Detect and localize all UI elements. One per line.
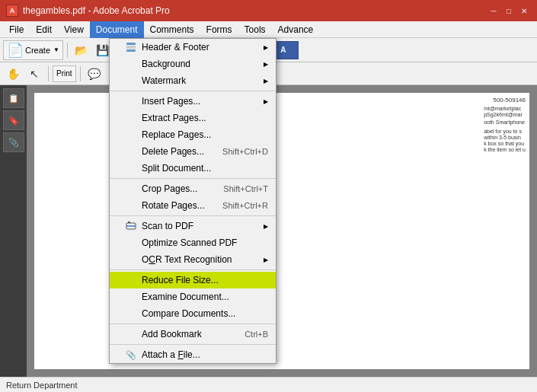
menu-edit[interactable]: Edit — [30, 21, 58, 38]
header-footer-icon — [125, 41, 137, 53]
menu-crop-pages[interactable]: Crop Pages... Shift+Ctrl+T — [110, 180, 276, 197]
print-toolbar-button[interactable]: Print — [53, 65, 76, 82]
close-button[interactable]: ✕ — [517, 5, 531, 17]
ocr-text-label: OCR Text Recognition — [142, 254, 232, 265]
watermark-icon — [125, 75, 137, 87]
compare-documents-label: Compare Documents... — [142, 308, 235, 319]
title-bar: A thegambles.pdf - Adobe Acrobat Pro ─ □… — [0, 0, 537, 21]
optimize-icon — [125, 237, 137, 249]
menu-replace-pages[interactable]: Replace Pages... — [110, 126, 276, 143]
menu-insert-pages[interactable]: Insert Pages... — [110, 93, 276, 110]
crop-pages-icon — [125, 183, 137, 195]
sep-2 — [110, 178, 276, 179]
doc-email1: mt@marketplac — [484, 106, 526, 111]
background-icon — [125, 58, 137, 70]
reduce-file-size-label: Reduce File Size... — [142, 275, 219, 285]
menu-document[interactable]: Document — [90, 21, 144, 38]
watermark-label: Watermark — [142, 75, 186, 86]
background-label: Background — [142, 59, 190, 69]
panel-btn-3[interactable]: 📎 — [3, 132, 24, 152]
menu-view[interactable]: View — [58, 21, 90, 38]
scan-icon — [125, 220, 137, 232]
app-icon: A — [6, 5, 18, 17]
delete-pages-label: Delete Pages... — [142, 146, 204, 157]
comment-button[interactable]: 💬 — [85, 65, 104, 83]
menu-bar: File Edit View Document Comments Forms T… — [0, 21, 537, 38]
menu-rotate-pages[interactable]: Rotate Pages... Shift+Ctrl+R — [110, 197, 276, 214]
menu-forms[interactable]: Forms — [200, 21, 238, 38]
menu-add-bookmark[interactable]: Add Bookmark Ctrl+B — [110, 326, 276, 343]
toolbar-sep-1 — [67, 43, 68, 58]
crop-pages-shortcut: Shift+Ctrl+T — [223, 184, 268, 193]
split-document-label: Split Document... — [142, 163, 211, 174]
maximize-button[interactable]: □ — [502, 5, 516, 17]
sep-1 — [110, 91, 276, 91]
menu-scan-to-pdf[interactable]: Scan to PDF — [110, 218, 276, 234]
delete-pages-shortcut: Shift+Ctrl+D — [222, 147, 268, 156]
menu-ocr-text[interactable]: OCR Text Recognition — [110, 251, 276, 268]
window-title: thegambles.pdf - Adobe Acrobat Pro — [23, 5, 487, 16]
create-button[interactable]: 📄 Create ▼ — [3, 40, 63, 60]
attach-file-icon: 📎 — [125, 349, 137, 361]
doc-phone: 500-509146 — [484, 97, 526, 104]
menu-delete-pages[interactable]: Delete Pages... Shift+Ctrl+D — [110, 143, 276, 160]
menu-attach-file[interactable]: 📎 Attach a File... — [110, 346, 276, 363]
optimize-scanned-label: Optimize Scanned PDF — [142, 237, 237, 248]
sep-5 — [110, 323, 276, 324]
doc-line1: abel for you to s — [484, 129, 526, 134]
minimize-button[interactable]: ─ — [487, 5, 500, 17]
insert-pages-icon — [125, 95, 137, 107]
replace-pages-label: Replace Pages... — [142, 129, 211, 140]
delete-pages-icon — [125, 145, 137, 158]
doc-device: ooth Smartphone — [484, 120, 526, 125]
replace-pages-icon — [125, 129, 137, 141]
examine-document-label: Examine Document... — [142, 292, 229, 302]
menu-file[interactable]: File — [3, 21, 30, 38]
examine-icon — [125, 291, 137, 303]
open-button[interactable]: 📂 — [72, 41, 91, 59]
document-dropdown-menu: Header & Footer Background Watermark Ins… — [109, 38, 276, 364]
reduce-size-icon — [125, 274, 137, 286]
toolbar2-sep-1 — [48, 66, 49, 81]
select-button[interactable]: ↖ — [24, 65, 44, 83]
panel-btn-2[interactable]: 🔖 — [3, 110, 24, 130]
rotate-pages-label: Rotate Pages... — [142, 200, 205, 211]
extract-pages-label: Extract Pages... — [142, 113, 206, 123]
menu-reduce-file-size[interactable]: Reduce File Size... — [110, 272, 276, 288]
menu-examine-document[interactable]: Examine Document... — [110, 288, 276, 305]
panel-btn-1[interactable]: 📋 — [3, 88, 24, 108]
sep-4 — [110, 269, 276, 270]
menu-tools[interactable]: Tools — [238, 21, 272, 38]
split-doc-icon — [125, 162, 137, 174]
compare-icon — [125, 308, 137, 320]
menu-compare-documents[interactable]: Compare Documents... — [110, 305, 276, 322]
menu-extract-pages[interactable]: Extract Pages... — [110, 110, 276, 126]
ocr-icon — [125, 253, 137, 266]
sep-3 — [110, 215, 276, 216]
doc-line4: k the item so let u — [484, 147, 526, 152]
document-area: 500-509146 mt@marketplac pSg2k6mt@mar oo… — [27, 85, 537, 377]
menu-comments[interactable]: Comments — [144, 21, 200, 38]
menu-watermark[interactable]: Watermark — [110, 72, 276, 89]
crop-pages-label: Crop Pages... — [142, 183, 197, 194]
menu-advanced[interactable]: Advance — [272, 21, 320, 38]
menu-optimize-scanned[interactable]: Optimize Scanned PDF — [110, 234, 276, 251]
toolbar2-sep-2 — [80, 66, 81, 81]
add-bookmark-shortcut: Ctrl+B — [245, 330, 268, 339]
extract-pages-icon — [125, 112, 137, 124]
bookmark-icon — [125, 328, 137, 340]
hand-tool-button[interactable]: ✋ — [3, 65, 23, 83]
add-bookmark-label: Add Bookmark — [142, 329, 202, 339]
header-footer-label: Header & Footer — [142, 42, 209, 53]
menu-split-document[interactable]: Split Document... — [110, 160, 276, 177]
attach-file-label: Attach a File... — [142, 349, 200, 360]
status-text: Return Department — [6, 381, 78, 390]
doc-email2: pSg2k6mt@mar — [484, 112, 526, 117]
rotate-pages-shortcut: Shift+Ctrl+R — [222, 201, 268, 210]
svg-rect-1 — [126, 49, 136, 52]
status-bar: Return Department — [0, 377, 537, 392]
window-controls: ─ □ ✕ — [487, 5, 531, 17]
menu-background[interactable]: Background — [110, 56, 276, 72]
sep-6 — [110, 344, 276, 345]
menu-header-footer[interactable]: Header & Footer — [110, 39, 276, 56]
